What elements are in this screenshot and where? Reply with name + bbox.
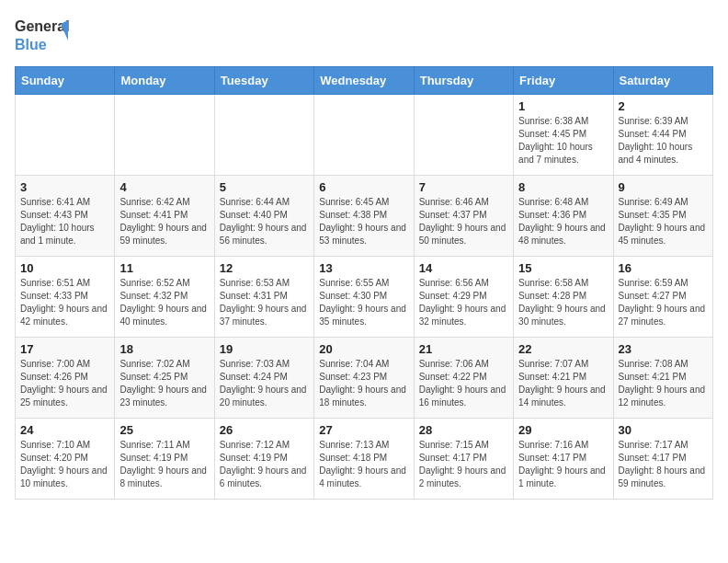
header: GeneralBlue xyxy=(15,15,713,55)
svg-text:General: General xyxy=(15,18,70,34)
day-cell xyxy=(414,95,513,176)
day-cell: 25Sunrise: 7:11 AM Sunset: 4:19 PM Dayli… xyxy=(115,419,214,500)
day-info: Sunrise: 7:00 AM Sunset: 4:26 PM Dayligh… xyxy=(20,358,109,409)
day-number: 4 xyxy=(119,180,209,194)
day-cell: 10Sunrise: 6:51 AM Sunset: 4:33 PM Dayli… xyxy=(16,257,115,338)
week-row-1: 1Sunrise: 6:38 AM Sunset: 4:45 PM Daylig… xyxy=(16,95,713,176)
day-info: Sunrise: 6:41 AM Sunset: 4:43 PM Dayligh… xyxy=(20,196,109,247)
day-cell: 23Sunrise: 7:08 AM Sunset: 4:21 PM Dayli… xyxy=(613,338,712,419)
day-info: Sunrise: 7:13 AM Sunset: 4:18 PM Dayligh… xyxy=(319,439,408,490)
day-cell: 14Sunrise: 6:56 AM Sunset: 4:29 PM Dayli… xyxy=(414,257,513,338)
header-cell-friday: Friday xyxy=(514,67,613,95)
day-info: Sunrise: 6:39 AM Sunset: 4:44 PM Dayligh… xyxy=(619,115,708,167)
day-cell: 2Sunrise: 6:39 AM Sunset: 4:44 PM Daylig… xyxy=(613,95,712,176)
day-cell: 20Sunrise: 7:04 AM Sunset: 4:23 PM Dayli… xyxy=(314,338,414,419)
day-cell: 19Sunrise: 7:03 AM Sunset: 4:24 PM Dayli… xyxy=(214,338,313,419)
header-cell-sunday: Sunday xyxy=(16,67,115,95)
day-number: 12 xyxy=(220,261,309,275)
day-info: Sunrise: 7:17 AM Sunset: 4:17 PM Dayligh… xyxy=(619,439,708,490)
day-info: Sunrise: 6:55 AM Sunset: 4:30 PM Dayligh… xyxy=(319,277,408,328)
day-number: 16 xyxy=(619,261,708,275)
day-cell: 12Sunrise: 6:53 AM Sunset: 4:31 PM Dayli… xyxy=(214,257,313,338)
day-number: 3 xyxy=(20,180,109,194)
day-info: Sunrise: 6:51 AM Sunset: 4:33 PM Dayligh… xyxy=(20,277,109,328)
day-number: 5 xyxy=(220,180,309,194)
day-info: Sunrise: 6:38 AM Sunset: 4:45 PM Dayligh… xyxy=(518,115,608,167)
day-number: 29 xyxy=(518,423,608,437)
day-number: 7 xyxy=(419,180,508,194)
day-cell xyxy=(214,95,313,176)
day-number: 17 xyxy=(20,342,109,356)
day-cell: 5Sunrise: 6:44 AM Sunset: 4:40 PM Daylig… xyxy=(214,176,313,257)
day-number: 15 xyxy=(518,261,608,275)
svg-text:Blue: Blue xyxy=(15,37,47,52)
day-number: 26 xyxy=(220,423,309,437)
header-cell-saturday: Saturday xyxy=(613,67,712,95)
day-info: Sunrise: 7:07 AM Sunset: 4:21 PM Dayligh… xyxy=(518,358,608,409)
day-number: 28 xyxy=(419,423,508,437)
calendar: SundayMondayTuesdayWednesdayThursdayFrid… xyxy=(15,66,713,500)
day-info: Sunrise: 6:46 AM Sunset: 4:37 PM Dayligh… xyxy=(419,196,508,247)
day-number: 13 xyxy=(319,261,408,275)
day-cell: 18Sunrise: 7:02 AM Sunset: 4:25 PM Dayli… xyxy=(115,338,214,419)
day-info: Sunrise: 6:48 AM Sunset: 4:36 PM Dayligh… xyxy=(518,196,608,247)
day-number: 1 xyxy=(518,99,608,113)
day-number: 19 xyxy=(220,342,309,356)
day-number: 30 xyxy=(619,423,708,437)
day-cell: 11Sunrise: 6:52 AM Sunset: 4:32 PM Dayli… xyxy=(115,257,214,338)
day-number: 9 xyxy=(619,180,708,194)
day-cell: 26Sunrise: 7:12 AM Sunset: 4:19 PM Dayli… xyxy=(214,419,313,500)
day-number: 10 xyxy=(20,261,109,275)
day-cell: 4Sunrise: 6:42 AM Sunset: 4:41 PM Daylig… xyxy=(115,176,214,257)
day-cell: 21Sunrise: 7:06 AM Sunset: 4:22 PM Dayli… xyxy=(414,338,513,419)
day-info: Sunrise: 6:44 AM Sunset: 4:40 PM Dayligh… xyxy=(220,196,309,247)
day-cell: 13Sunrise: 6:55 AM Sunset: 4:30 PM Dayli… xyxy=(314,257,414,338)
day-number: 11 xyxy=(119,261,209,275)
day-info: Sunrise: 6:42 AM Sunset: 4:41 PM Dayligh… xyxy=(119,196,209,247)
day-info: Sunrise: 6:58 AM Sunset: 4:28 PM Dayligh… xyxy=(518,277,608,328)
day-info: Sunrise: 6:52 AM Sunset: 4:32 PM Dayligh… xyxy=(119,277,209,328)
day-info: Sunrise: 6:45 AM Sunset: 4:38 PM Dayligh… xyxy=(319,196,408,247)
day-number: 24 xyxy=(20,423,109,437)
day-number: 23 xyxy=(619,342,708,356)
day-cell: 16Sunrise: 6:59 AM Sunset: 4:27 PM Dayli… xyxy=(613,257,712,338)
day-cell: 30Sunrise: 7:17 AM Sunset: 4:17 PM Dayli… xyxy=(613,419,712,500)
day-cell: 24Sunrise: 7:10 AM Sunset: 4:20 PM Dayli… xyxy=(16,419,115,500)
day-cell: 3Sunrise: 6:41 AM Sunset: 4:43 PM Daylig… xyxy=(16,176,115,257)
day-cell: 1Sunrise: 6:38 AM Sunset: 4:45 PM Daylig… xyxy=(514,95,613,176)
day-cell: 29Sunrise: 7:16 AM Sunset: 4:17 PM Dayli… xyxy=(514,419,613,500)
week-row-4: 17Sunrise: 7:00 AM Sunset: 4:26 PM Dayli… xyxy=(16,338,713,419)
day-info: Sunrise: 7:10 AM Sunset: 4:20 PM Dayligh… xyxy=(20,439,109,490)
day-cell: 28Sunrise: 7:15 AM Sunset: 4:17 PM Dayli… xyxy=(414,419,513,500)
day-cell: 15Sunrise: 6:58 AM Sunset: 4:28 PM Dayli… xyxy=(514,257,613,338)
header-cell-wednesday: Wednesday xyxy=(314,67,414,95)
day-number: 18 xyxy=(119,342,209,356)
day-info: Sunrise: 6:49 AM Sunset: 4:35 PM Dayligh… xyxy=(619,196,708,247)
day-info: Sunrise: 7:04 AM Sunset: 4:23 PM Dayligh… xyxy=(319,358,408,409)
day-cell: 6Sunrise: 6:45 AM Sunset: 4:38 PM Daylig… xyxy=(314,176,414,257)
day-number: 27 xyxy=(319,423,408,437)
day-cell: 7Sunrise: 6:46 AM Sunset: 4:37 PM Daylig… xyxy=(414,176,513,257)
day-number: 8 xyxy=(518,180,608,194)
day-info: Sunrise: 6:53 AM Sunset: 4:31 PM Dayligh… xyxy=(220,277,309,328)
week-row-2: 3Sunrise: 6:41 AM Sunset: 4:43 PM Daylig… xyxy=(16,176,713,257)
day-info: Sunrise: 7:12 AM Sunset: 4:19 PM Dayligh… xyxy=(220,439,309,490)
day-cell: 22Sunrise: 7:07 AM Sunset: 4:21 PM Dayli… xyxy=(514,338,613,419)
day-number: 22 xyxy=(518,342,608,356)
day-number: 21 xyxy=(419,342,508,356)
day-info: Sunrise: 7:02 AM Sunset: 4:25 PM Dayligh… xyxy=(119,358,209,409)
logo-svg: GeneralBlue xyxy=(15,15,70,55)
day-info: Sunrise: 7:03 AM Sunset: 4:24 PM Dayligh… xyxy=(220,358,309,409)
header-cell-thursday: Thursday xyxy=(414,67,513,95)
header-cell-monday: Monday xyxy=(115,67,214,95)
day-number: 20 xyxy=(319,342,408,356)
day-cell: 9Sunrise: 6:49 AM Sunset: 4:35 PM Daylig… xyxy=(613,176,712,257)
day-cell xyxy=(16,95,115,176)
day-info: Sunrise: 7:08 AM Sunset: 4:21 PM Dayligh… xyxy=(619,358,708,409)
day-info: Sunrise: 7:15 AM Sunset: 4:17 PM Dayligh… xyxy=(419,439,508,490)
day-cell: 8Sunrise: 6:48 AM Sunset: 4:36 PM Daylig… xyxy=(514,176,613,257)
day-info: Sunrise: 6:59 AM Sunset: 4:27 PM Dayligh… xyxy=(619,277,708,328)
day-cell xyxy=(115,95,214,176)
day-info: Sunrise: 6:56 AM Sunset: 4:29 PM Dayligh… xyxy=(419,277,508,328)
day-number: 14 xyxy=(419,261,508,275)
